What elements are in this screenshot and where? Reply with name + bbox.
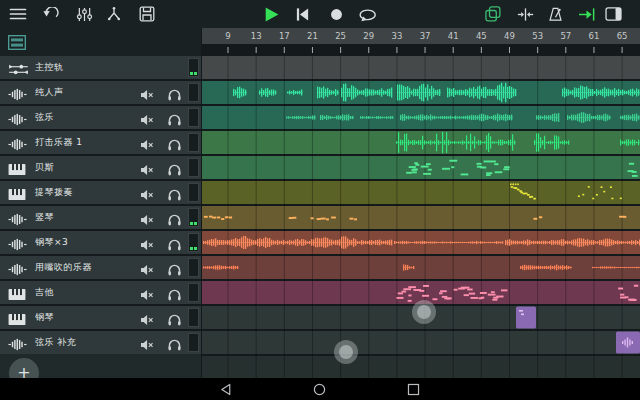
headphone-solo-button[interactable] [168,111,181,130]
midi-note[interactable] [511,186,514,188]
mute-button[interactable] [140,336,154,355]
headphone-solo-button[interactable] [168,186,181,205]
midi-note[interactable] [432,298,437,300]
midi-note[interactable] [525,193,528,195]
midi-note[interactable] [491,291,495,293]
menu-button[interactable] [6,2,30,26]
midi-note[interactable] [486,172,492,174]
midi-note[interactable] [533,198,536,200]
timeline-lane-1[interactable] [202,56,640,79]
split-tool-button[interactable] [102,2,126,26]
midi-note[interactable] [611,198,613,200]
midi-note[interactable] [398,292,403,294]
tracks-view-button[interactable] [8,35,26,54]
track-row-7[interactable]: 竖琴 [0,206,201,229]
panel-toggle-button[interactable] [601,2,625,26]
save-button[interactable] [135,2,159,26]
midi-note[interactable] [412,171,417,173]
midi-note[interactable] [527,194,530,196]
midi-note[interactable] [504,166,510,168]
midi-note[interactable] [625,296,629,298]
midi-note[interactable] [461,287,467,289]
timeline-lane-7[interactable] [202,206,640,229]
timeline-ruler[interactable]: 91317212529333741454953576165 [202,28,640,44]
midi-note[interactable] [486,174,490,176]
midi-note[interactable] [444,297,451,299]
mute-button[interactable] [140,186,154,205]
midi-note[interactable] [620,294,624,296]
track-row-4[interactable]: 打击乐器 1 [0,131,201,154]
headphone-solo-button[interactable] [168,336,181,355]
mute-button[interactable] [140,86,154,105]
midi-note[interactable] [495,171,503,173]
midi-note[interactable] [397,297,404,299]
midi-note[interactable] [419,290,424,292]
midi-note[interactable] [578,195,580,197]
midi-note[interactable] [620,198,622,200]
midi-note[interactable] [630,299,634,301]
midi-note[interactable] [493,297,498,299]
midi-note[interactable] [603,191,605,193]
midi-note[interactable] [469,293,475,295]
midi-note[interactable] [471,297,479,299]
midi-note[interactable] [592,198,594,200]
midi-note[interactable] [408,295,411,297]
midi-note[interactable] [484,161,489,163]
midi-note[interactable] [480,292,487,294]
midi-note[interactable] [439,292,443,294]
midi-note[interactable] [440,290,447,292]
track-row-3[interactable]: 弦乐 [0,106,201,129]
undo-button[interactable] [38,2,62,26]
midi-note[interactable] [449,160,457,162]
midi-note[interactable] [442,168,450,170]
midi-note[interactable] [414,162,418,164]
midi-note[interactable] [517,189,520,191]
headphone-solo-button[interactable] [168,236,181,255]
skip-to-start-button[interactable] [290,2,314,26]
midi-note[interactable] [503,168,509,170]
nav-back-button[interactable] [219,382,233,396]
mute-button[interactable] [140,161,154,180]
midi-note[interactable] [428,169,432,171]
track-row-8[interactable]: 钢琴×3 [0,231,201,254]
midi-note[interactable] [454,289,458,291]
mute-button[interactable] [140,211,154,230]
midi-note[interactable] [600,186,602,188]
nav-recents-button[interactable] [406,382,420,396]
timeline-lane-12[interactable] [202,331,640,354]
midi-note[interactable] [492,299,497,301]
midi-note[interactable] [610,186,612,188]
snap-button[interactable] [513,2,537,26]
midi-note[interactable] [467,289,472,291]
midi-note[interactable] [523,193,526,195]
record-button[interactable] [324,2,348,26]
mixer-sliders-button[interactable] [72,2,96,26]
go-to-end-button[interactable] [574,2,598,26]
midi-note[interactable] [480,167,486,169]
headphone-solo-button[interactable] [168,286,181,305]
midi-note[interactable] [423,285,429,287]
audio-clip[interactable] [536,117,559,118]
midi-note[interactable] [402,291,407,293]
midi-note[interactable] [477,163,482,165]
midi-note[interactable] [422,295,429,297]
timeline-area[interactable] [202,44,640,378]
midi-note[interactable] [488,294,496,296]
track-row-5[interactable]: 贝斯 [0,156,201,179]
mute-button[interactable] [140,111,154,130]
midi-note[interactable] [588,186,590,188]
track-row-12[interactable]: 弦乐 补充 [0,331,201,354]
mute-button[interactable] [140,136,154,155]
midi-note[interactable] [489,160,496,162]
midi-note[interactable] [421,166,429,168]
nav-home-button[interactable] [312,382,326,396]
midi-note[interactable] [629,163,634,165]
audio-clip[interactable] [341,92,392,93]
midi-note[interactable] [628,170,634,172]
track-row-2[interactable]: 纯人声 [0,81,201,104]
duplicate-button[interactable] [481,2,505,26]
midi-note[interactable] [501,289,507,291]
headphone-solo-button[interactable] [168,311,181,330]
midi-note[interactable] [426,163,431,165]
track-row-6[interactable]: 提琴拨奏 [0,181,201,204]
